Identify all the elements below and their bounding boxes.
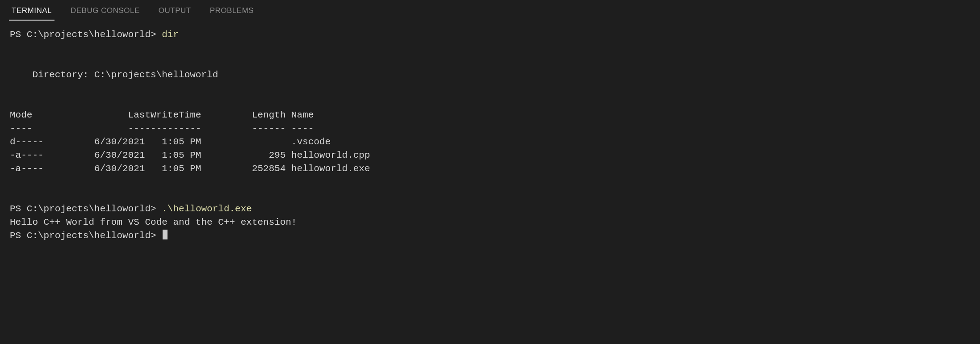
directory-header: Directory: C:\projects\helloworld	[10, 70, 218, 80]
terminal-line: PS C:\projects\helloworld> .\helloworld.…	[10, 204, 252, 214]
tab-terminal[interactable]: TERMINAL	[9, 1, 54, 21]
terminal-line: PS C:\projects\helloworld>	[10, 231, 168, 241]
cursor-icon	[163, 230, 168, 239]
shell-prompt: PS C:\projects\helloworld>	[10, 29, 162, 40]
listing-row: -a---- 6/30/2021 1:05 PM 295 helloworld.…	[10, 150, 370, 160]
command-text: .\helloworld.exe	[162, 204, 252, 214]
shell-prompt: PS C:\projects\helloworld>	[10, 231, 162, 241]
shell-prompt: PS C:\projects\helloworld>	[10, 204, 162, 214]
tab-problems[interactable]: PROBLEMS	[207, 1, 256, 21]
listing-column-rule: ---- ------------- ------ ----	[10, 123, 314, 134]
tab-debug-console[interactable]: DEBUG CONSOLE	[68, 1, 142, 21]
terminal-line: PS C:\projects\helloworld> dir	[10, 29, 179, 40]
tab-output[interactable]: OUTPUT	[156, 1, 194, 21]
terminal-area[interactable]: PS C:\projects\helloworld> dir Directory…	[0, 22, 980, 243]
command-text: dir	[162, 29, 179, 40]
listing-row: d----- 6/30/2021 1:05 PM .vscode	[10, 137, 331, 147]
listing-column-header: Mode LastWriteTime Length Name	[10, 110, 314, 120]
listing-row: -a---- 6/30/2021 1:05 PM 252854 hellowor…	[10, 164, 370, 174]
panel-tab-bar: TERMINAL DEBUG CONSOLE OUTPUT PROBLEMS	[0, 0, 980, 22]
program-output: Hello C++ World from VS Code and the C++…	[10, 217, 297, 227]
